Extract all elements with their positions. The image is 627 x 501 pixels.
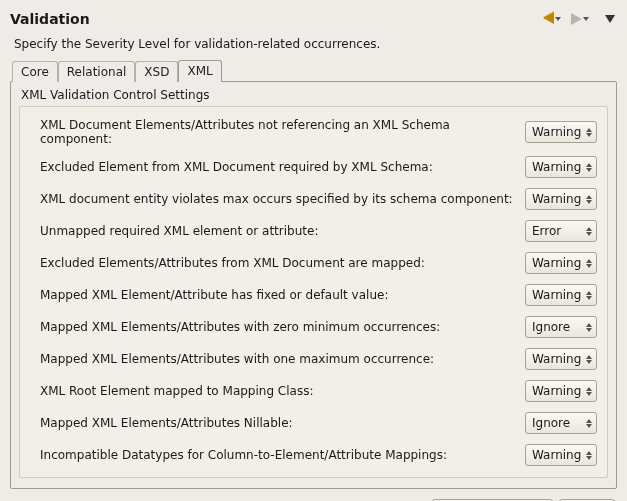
severity-select[interactable]: Warning	[525, 444, 597, 466]
setting-label: XML document entity violates max occurs …	[40, 192, 515, 206]
severity-value: Warning	[532, 125, 581, 139]
nav-forward-button[interactable]	[569, 12, 591, 26]
spinner-icon	[586, 227, 592, 236]
severity-value: Warning	[532, 288, 581, 302]
severity-value: Warning	[532, 352, 581, 366]
severity-value: Warning	[532, 384, 581, 398]
nav-back-button[interactable]	[541, 10, 563, 27]
setting-label: XML Root Element mapped to Mapping Class…	[40, 384, 515, 398]
setting-label: Mapped XML Elements/Attributes with one …	[40, 352, 515, 366]
setting-label: Mapped XML Elements/Attributes Nillable:	[40, 416, 515, 430]
spinner-icon	[586, 128, 592, 137]
spinner-icon	[586, 387, 592, 396]
view-menu-button[interactable]	[597, 14, 617, 24]
severity-value: Ignore	[532, 320, 570, 334]
severity-value: Ignore	[532, 416, 570, 430]
setting-row: Mapped XML Elements/Attributes Nillable:…	[28, 407, 599, 439]
tab-relational[interactable]: Relational	[58, 61, 136, 82]
spinner-icon	[586, 163, 592, 172]
severity-select[interactable]: Ignore	[525, 316, 597, 338]
setting-row: Incompatible Datatypes for Column-to-Ele…	[28, 439, 599, 471]
header-nav	[541, 10, 617, 27]
setting-row: XML document entity violates max occurs …	[28, 183, 599, 215]
severity-value: Warning	[532, 192, 581, 206]
setting-label: Excluded Elements/Attributes from XML Do…	[40, 256, 515, 270]
setting-row: XML Document Elements/Attributes not ref…	[28, 113, 599, 151]
chevron-down-icon	[583, 17, 589, 21]
spinner-icon	[586, 259, 592, 268]
severity-select[interactable]: Warning	[525, 188, 597, 210]
spinner-icon	[586, 451, 592, 460]
setting-row: Excluded Elements/Attributes from XML Do…	[28, 247, 599, 279]
setting-row: XML Root Element mapped to Mapping Class…	[28, 375, 599, 407]
severity-value: Warning	[532, 160, 581, 174]
severity-value: Warning	[532, 256, 581, 270]
tab-xml[interactable]: XML	[178, 60, 221, 82]
severity-value: Error	[532, 224, 561, 238]
severity-select[interactable]: Warning	[525, 252, 597, 274]
spinner-icon	[586, 419, 592, 428]
setting-row: Mapped XML Elements/Attributes with one …	[28, 343, 599, 375]
page-title: Validation	[10, 11, 541, 27]
spinner-icon	[586, 291, 592, 300]
setting-label: Unmapped required XML element or attribu…	[40, 224, 515, 238]
arrow-right-icon	[571, 13, 582, 25]
severity-select[interactable]: Ignore	[525, 412, 597, 434]
spinner-icon	[586, 195, 592, 204]
tab-bar: Core Relational XSD XML	[10, 59, 617, 81]
severity-select[interactable]: Warning	[525, 156, 597, 178]
severity-select[interactable]: Warning	[525, 348, 597, 370]
severity-select[interactable]: Warning	[525, 380, 597, 402]
setting-label: Excluded Element from XML Document requi…	[40, 160, 515, 174]
description-text: Specify the Severity Level for validatio…	[14, 37, 613, 51]
setting-row: Mapped XML Elements/Attributes with zero…	[28, 311, 599, 343]
severity-select[interactable]: Error	[525, 220, 597, 242]
setting-label: Mapped XML Elements/Attributes with zero…	[40, 320, 515, 334]
spinner-icon	[586, 355, 592, 364]
tab-panel-xml: XML Validation Control Settings XML Docu…	[10, 81, 617, 489]
severity-select[interactable]: Warning	[525, 284, 597, 306]
settings-list: XML Document Elements/Attributes not ref…	[19, 106, 608, 478]
setting-label: XML Document Elements/Attributes not ref…	[40, 118, 515, 146]
setting-label: Incompatible Datatypes for Column-to-Ele…	[40, 448, 515, 462]
chevron-down-icon	[555, 17, 561, 21]
arrow-left-icon	[543, 11, 554, 26]
setting-row: Unmapped required XML element or attribu…	[28, 215, 599, 247]
tab-core[interactable]: Core	[12, 61, 58, 82]
menu-triangle-icon	[605, 15, 615, 23]
severity-value: Warning	[532, 448, 581, 462]
severity-select[interactable]: Warning	[525, 121, 597, 143]
setting-row: Mapped XML Element/Attribute has fixed o…	[28, 279, 599, 311]
setting-row: Excluded Element from XML Document requi…	[28, 151, 599, 183]
group-title: XML Validation Control Settings	[21, 88, 608, 102]
tab-xsd[interactable]: XSD	[135, 61, 178, 82]
setting-label: Mapped XML Element/Attribute has fixed o…	[40, 288, 515, 302]
spinner-icon	[586, 323, 592, 332]
